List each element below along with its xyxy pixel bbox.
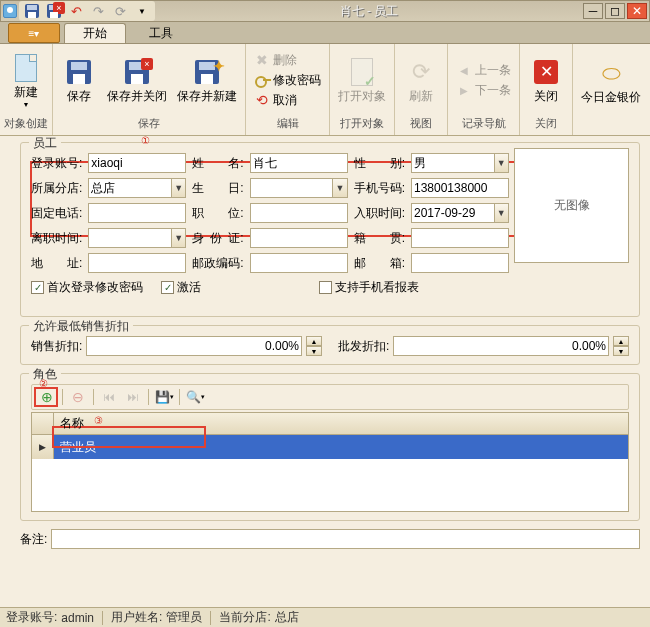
- new-button[interactable]: 新建 ▼: [4, 50, 48, 110]
- label-wholesale-discount: 批发折扣:: [338, 338, 389, 355]
- save-close-button[interactable]: × 保存并关闭: [103, 54, 171, 107]
- role-add-button[interactable]: ⊕: [36, 387, 58, 407]
- branch-dropdown-button[interactable]: ▼: [171, 178, 186, 198]
- tab-start[interactable]: 开始: [64, 23, 126, 43]
- status-login-value: admin: [61, 611, 94, 625]
- id-card-input[interactable]: [250, 228, 348, 248]
- first-login-pwd-checkbox[interactable]: ✓ 首次登录修改密码: [31, 279, 143, 296]
- gender-input[interactable]: [411, 153, 494, 173]
- close-window-button[interactable]: ✕: [627, 3, 647, 19]
- gold-price-button[interactable]: ⬭ 今日金银价: [577, 55, 645, 108]
- wholesale-discount-input[interactable]: [393, 336, 609, 356]
- group-title-create: 对象创建: [4, 114, 48, 133]
- group-title-save: 保存: [138, 114, 160, 133]
- change-password-button[interactable]: 修改密码: [250, 71, 325, 90]
- mobile-report-checkbox[interactable]: 支持手机看报表: [319, 279, 419, 296]
- delete-icon: ✖: [254, 52, 270, 68]
- branch-input[interactable]: [88, 178, 171, 198]
- label-hometown: 籍贯:: [354, 230, 405, 247]
- gender-dropdown-button[interactable]: ▼: [494, 153, 509, 173]
- address-input[interactable]: [88, 253, 186, 273]
- maximize-button[interactable]: ◻: [605, 3, 625, 19]
- key-icon: [254, 72, 270, 88]
- group-title-close: 关闭: [535, 114, 557, 133]
- prev-icon: ◀: [456, 62, 472, 78]
- qat-refresh-icon[interactable]: ⟳: [111, 3, 129, 19]
- title-bar: × ↶ ↷ ⟳ ▼ 肖七 - 员工 ─ ◻ ✕: [0, 0, 650, 22]
- save-close-icon: ×: [121, 56, 153, 88]
- status-branch-label: 当前分店:: [219, 609, 270, 626]
- minimize-button[interactable]: ─: [583, 3, 603, 19]
- label-mobile: 手机号码:: [354, 180, 405, 197]
- hire-date-input[interactable]: [411, 203, 494, 223]
- sales-discount-up[interactable]: ▲: [306, 336, 322, 346]
- close-button[interactable]: ✕ 关闭: [524, 54, 568, 107]
- role-table: 名称 ③ ▶ 营业员: [31, 412, 629, 512]
- email-input[interactable]: [411, 253, 509, 273]
- qat-dropdown-icon[interactable]: ▼: [133, 3, 151, 19]
- label-remark: 备注:: [20, 531, 47, 548]
- role-group: 角色 ② ⊕ ⊖ ⏮ ⏭ 💾▾ 🔍▾ 名称 ③ ▶ 营业员: [20, 373, 640, 521]
- status-user-value: 管理员: [166, 609, 202, 626]
- position-input[interactable]: [250, 203, 348, 223]
- refresh-button: ⟳ 刷新: [399, 54, 443, 107]
- check-icon: ✓: [31, 281, 44, 294]
- ribbon-tab-strip: ≡▾ 开始 工具: [0, 22, 650, 44]
- qat-save-icon[interactable]: [23, 3, 41, 19]
- qat-undo-icon[interactable]: ↶: [67, 3, 85, 19]
- birthday-input[interactable]: [250, 178, 333, 198]
- delete-button: ✖ 删除: [250, 51, 325, 70]
- login-id-input[interactable]: [88, 153, 186, 173]
- label-postcode: 邮政编码:: [192, 255, 243, 272]
- sales-discount-down[interactable]: ▼: [306, 346, 322, 356]
- role-export-button[interactable]: 💾▾: [153, 387, 175, 407]
- ribbon: 新建 ▼ 对象创建 保存 × 保存并关闭 ✦ 保存并新建 保存: [0, 44, 650, 136]
- leave-date-input[interactable]: [88, 228, 171, 248]
- next-record-button: ▶ 下一条: [452, 81, 515, 100]
- qat-redo-icon[interactable]: ↷: [89, 3, 107, 19]
- group-title-view: 视图: [410, 114, 432, 133]
- app-menu-button[interactable]: ≡▾: [8, 23, 60, 43]
- status-login-label: 登录账号:: [6, 609, 57, 626]
- new-icon: [10, 52, 42, 84]
- birthday-dropdown-button[interactable]: ▼: [332, 178, 347, 198]
- quick-access-toolbar: × ↶ ↷ ⟳ ▼: [19, 1, 155, 21]
- mobile-input[interactable]: [411, 178, 509, 198]
- callout-1: ①: [141, 136, 150, 146]
- refresh-icon: ⟳: [405, 56, 437, 88]
- check-icon: [319, 281, 332, 294]
- cancel-button[interactable]: ⟲ 取消: [250, 91, 325, 110]
- label-birthday: 生日:: [192, 180, 243, 197]
- label-email: 邮箱:: [354, 255, 405, 272]
- remark-input[interactable]: [51, 529, 640, 549]
- table-row[interactable]: ▶ 营业员: [32, 435, 628, 459]
- wholesale-discount-up[interactable]: ▲: [613, 336, 629, 346]
- role-remove-button: ⊖: [67, 387, 89, 407]
- save-button[interactable]: 保存: [57, 54, 101, 107]
- content-scroll[interactable]: 员工 ① 登录账号: 姓名: 性别: ▼ 所属分店: ▼ 生日: ▼ 手机号码:…: [0, 136, 650, 607]
- leave-date-dropdown-button[interactable]: ▼: [171, 228, 186, 248]
- wholesale-discount-down[interactable]: ▼: [613, 346, 629, 356]
- close-icon: ✕: [530, 56, 562, 88]
- save-new-button[interactable]: ✦ 保存并新建: [173, 54, 241, 107]
- phone-input[interactable]: [88, 203, 186, 223]
- prev-record-button: ◀ 上一条: [452, 61, 515, 80]
- image-placeholder[interactable]: 无图像: [514, 148, 629, 263]
- role-column-name[interactable]: 名称 ③: [54, 413, 628, 434]
- role-toolbar: ⊕ ⊖ ⏮ ⏭ 💾▾ 🔍▾: [31, 384, 629, 410]
- postcode-input[interactable]: [250, 253, 348, 273]
- qat-save-close-icon[interactable]: ×: [45, 3, 63, 19]
- undo-icon: ⟲: [254, 92, 270, 108]
- sales-discount-input[interactable]: [86, 336, 302, 356]
- label-position: 职位:: [192, 205, 243, 222]
- role-name-cell: 营业员: [54, 439, 628, 456]
- hometown-input[interactable]: [411, 228, 509, 248]
- name-input[interactable]: [250, 153, 348, 173]
- role-header-selector[interactable]: [32, 413, 54, 433]
- active-checkbox[interactable]: ✓ 激活: [161, 279, 201, 296]
- tab-tools[interactable]: 工具: [130, 23, 192, 43]
- label-name: 姓名:: [192, 155, 243, 172]
- role-search-button[interactable]: 🔍▾: [184, 387, 206, 407]
- discount-group: 允许最低销售折扣 销售折扣: ▲ ▼ 批发折扣: ▲ ▼: [20, 325, 640, 365]
- hire-date-dropdown-button[interactable]: ▼: [494, 203, 509, 223]
